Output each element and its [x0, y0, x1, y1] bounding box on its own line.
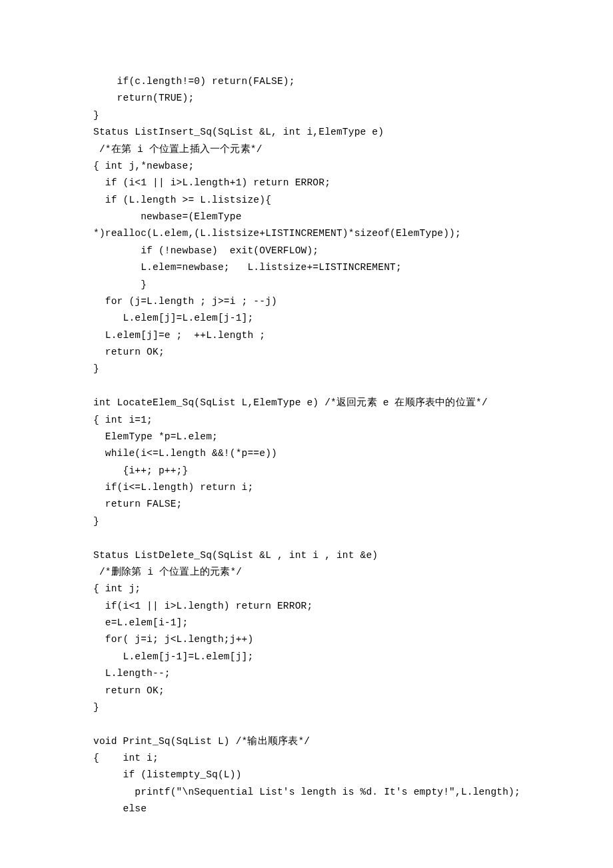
document-page: if(c.length!=0) return(FALSE); return(TR… [0, 0, 613, 868]
code-content: if(c.length!=0) return(FALSE); return(TR… [93, 73, 520, 818]
